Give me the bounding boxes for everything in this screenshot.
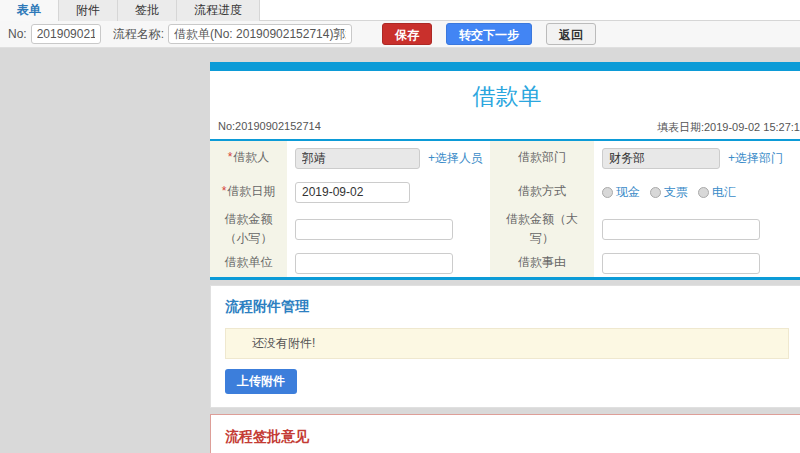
amount-small-field (287, 209, 490, 249)
forward-next-step-button[interactable]: 转交下一步 (446, 23, 532, 45)
amount-big-input[interactable] (602, 219, 760, 240)
radio-circle-icon[interactable] (602, 187, 613, 198)
tab-bar: 表单 附件 签批 流程进度 (0, 0, 800, 21)
form-meta-row: No:20190902152714 填表日期:2019-09-02 15:27:… (210, 120, 800, 141)
panel-top-bar (210, 62, 800, 71)
loan-date-field (287, 175, 490, 209)
amount-small-input[interactable] (295, 219, 453, 240)
approval-comments-title: 流程签批意见 (225, 428, 789, 446)
radio-wire-transfer[interactable]: 电汇 (698, 184, 736, 201)
loan-unit-input[interactable] (295, 253, 453, 274)
tab-form[interactable]: 表单 (0, 0, 59, 21)
loan-form-card: 借款单 No:20190902152714 填表日期:2019-09-02 15… (210, 62, 800, 280)
loan-method-radio-group: 现金 支票 电汇 (602, 184, 736, 201)
loan-form-panel: 借款单 No:20190902152714 填表日期:2019-09-02 15… (210, 62, 800, 453)
loan-date-input[interactable] (295, 182, 410, 203)
tab-signoff[interactable]: 签批 (118, 0, 177, 21)
tab-flow-progress[interactable]: 流程进度 (177, 0, 260, 21)
loan-unit-label: 借款单位 (210, 249, 287, 277)
loan-reason-input[interactable] (602, 253, 760, 274)
department-field: +选择部门 (594, 141, 800, 175)
amount-big-label: 借款金额（大写） (490, 209, 594, 249)
required-mark: * (228, 148, 233, 167)
form-date-text: 填表日期:2019-09-02 15:27:1 (657, 120, 800, 135)
attachments-title: 流程附件管理 (225, 298, 789, 316)
select-person-link[interactable]: +选择人员 (428, 150, 483, 167)
required-mark: * (222, 182, 227, 201)
loan-method-field: 现金 支票 电汇 (594, 175, 800, 209)
borrower-label: *借款人 (210, 141, 287, 175)
main-area: 借款单 No:20190902152714 填表日期:2019-09-02 15… (0, 48, 800, 453)
no-label: No: (8, 27, 27, 41)
flow-name-input[interactable] (168, 24, 352, 44)
tab-attachments[interactable]: 附件 (59, 0, 118, 21)
amount-big-field (594, 209, 800, 249)
radio-circle-icon[interactable] (698, 187, 709, 198)
action-toolbar: No: 流程名称: 保存 转交下一步 返回 (0, 21, 800, 48)
save-button[interactable]: 保存 (382, 23, 432, 45)
loan-unit-field (287, 249, 490, 277)
department-label: 借款部门 (490, 141, 594, 175)
attachments-section: 流程附件管理 还没有附件! 上传附件 (210, 285, 800, 408)
radio-cash[interactable]: 现金 (602, 184, 640, 201)
loan-form-grid: *借款人 +选择人员 借款部门 +选择部门 *借款日期 (210, 141, 800, 277)
form-title: 借款单 (210, 71, 800, 120)
radio-cheque[interactable]: 支票 (650, 184, 688, 201)
back-button[interactable]: 返回 (546, 23, 596, 45)
radio-circle-icon[interactable] (650, 187, 661, 198)
department-input[interactable] (602, 148, 720, 169)
loan-method-label: 借款方式 (490, 175, 594, 209)
select-department-link[interactable]: +选择部门 (728, 150, 783, 167)
borrower-input[interactable] (295, 148, 420, 169)
upload-attachment-button[interactable]: 上传附件 (225, 369, 297, 394)
loan-reason-field (594, 249, 800, 277)
loan-reason-label: 借款事由 (490, 249, 594, 277)
borrower-field: +选择人员 (287, 141, 490, 175)
form-no-text: No:20190902152714 (218, 120, 321, 135)
flow-name-label: 流程名称: (113, 26, 164, 43)
loan-date-label: *借款日期 (210, 175, 287, 209)
no-attachments-alert: 还没有附件! (225, 328, 789, 359)
approval-comments-section: 流程签批意见 B I abc ✎ ∞ ∞ ⚑ ≡ ≡ ⇤ ⇥ (210, 414, 800, 453)
no-input[interactable] (31, 24, 101, 44)
amount-small-label: 借款金额（小写） (210, 209, 287, 249)
